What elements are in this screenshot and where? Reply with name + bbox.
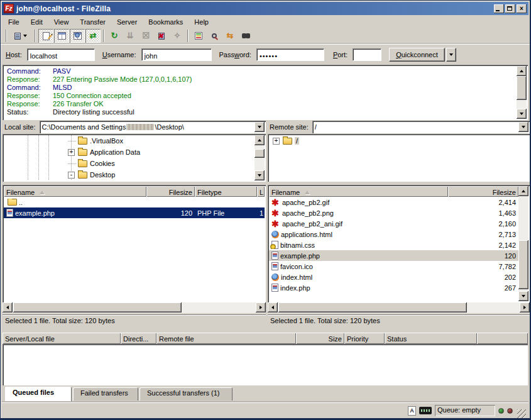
scroll-up-button[interactable] — [255, 135, 265, 145]
file-row[interactable]: index.html 202 — [269, 272, 518, 282]
tree-item-cookies[interactable]: Cookies — [4, 158, 255, 169]
log-scrollbar[interactable] — [517, 66, 527, 119]
site-manager-button[interactable] — [9, 29, 32, 43]
scroll-left-button[interactable] — [3, 302, 13, 312]
file-row[interactable]: index.php 267 — [269, 282, 518, 293]
username-label: Username: — [102, 51, 136, 58]
column-header-priority[interactable]: Priority — [344, 333, 385, 344]
password-input[interactable] — [256, 48, 324, 61]
menu-view[interactable]: View — [48, 17, 75, 27]
filter-button[interactable] — [191, 29, 206, 43]
port-input[interactable] — [353, 48, 381, 61]
scrollbar-thumb[interactable] — [517, 76, 527, 100]
column-header-filesize[interactable]: Filesize — [146, 186, 195, 197]
site-manager-dropdown-arrow-icon[interactable] — [23, 35, 27, 37]
remote-site-bar: Remote site: / — [268, 121, 530, 133]
file-row-selected[interactable]: example.php 120 — [269, 250, 518, 261]
menu-edit[interactable]: Edit — [25, 17, 48, 27]
scrollbar-thumb[interactable] — [13, 302, 182, 312]
menu-bookmarks[interactable]: Bookmarks — [143, 17, 189, 27]
menu-help[interactable]: Help — [189, 17, 214, 27]
remote-list-hscrollbar[interactable] — [268, 302, 530, 313]
toggle-local-tree-button[interactable] — [54, 29, 69, 43]
cancel-button[interactable]: ☒ — [138, 29, 153, 43]
synchronized-browsing-button[interactable]: ⇆ — [222, 29, 238, 43]
scroll-left-button[interactable] — [268, 302, 278, 312]
column-header-size[interactable]: Size — [296, 333, 344, 344]
column-header-server-local-file[interactable]: Server/Local file — [3, 333, 121, 344]
local-tree-scrollbar[interactable] — [255, 135, 265, 180]
file-row[interactable]: apache_pb2.png 1,463 — [269, 207, 518, 218]
quickconnect-button[interactable]: Quickconnect — [389, 48, 445, 62]
local-path-dropdown-button[interactable] — [255, 122, 265, 132]
scroll-up-button[interactable] — [518, 186, 528, 196]
folder-icon — [283, 138, 292, 145]
directory-comparison-button[interactable] — [207, 29, 222, 43]
tab-queued-files[interactable]: Queued files — [5, 387, 72, 401]
file-row[interactable]: apache_pb2.gif 2,414 — [269, 197, 518, 207]
menu-transfer[interactable]: Transfer — [74, 17, 111, 27]
maximize-button[interactable] — [505, 4, 515, 13]
remote-path-combo[interactable]: / — [312, 121, 530, 133]
password-label: Password: — [219, 51, 251, 58]
tree-item-application-data[interactable]: + Application Data — [4, 146, 255, 158]
local-path-combo[interactable]: C:\Documents and Settings\Desktop\ — [40, 121, 266, 133]
transfer-type-icon: A — [408, 406, 416, 416]
scroll-down-button[interactable] — [517, 109, 527, 119]
find-files-button[interactable] — [238, 29, 253, 43]
expand-icon[interactable]: + — [273, 138, 280, 145]
collapse-icon[interactable]: - — [68, 172, 75, 179]
column-header-direction[interactable]: Directi... — [121, 333, 156, 344]
column-header-filename[interactable]: Filename — [269, 186, 448, 197]
username-input[interactable] — [141, 48, 212, 61]
scroll-right-button[interactable] — [520, 302, 530, 312]
refresh-button[interactable]: ↻ — [107, 29, 122, 43]
file-row-example-php[interactable]: example.php 120 PHP File 1 — [4, 207, 265, 218]
toggle-message-log-button[interactable] — [38, 29, 53, 43]
tree-item-virtualbox[interactable]: .VirtualBox — [4, 135, 255, 146]
menu-server[interactable]: Server — [111, 17, 143, 27]
column-header-filetype[interactable]: Filetype — [195, 186, 257, 197]
scroll-right-button[interactable] — [256, 302, 266, 312]
menu-file[interactable]: File — [3, 17, 25, 27]
column-header-filename[interactable]: Filename — [4, 186, 146, 197]
toggle-remote-tree-button[interactable] — [70, 29, 85, 43]
quickconnect-dropdown-button[interactable] — [446, 48, 456, 62]
scroll-down-button[interactable] — [518, 291, 528, 301]
file-row[interactable]: applications.html 2,713 — [269, 229, 518, 240]
remote-list-scrollbar[interactable] — [518, 186, 528, 301]
file-row[interactable]: apache_pb2_ani.gif 2,160 — [269, 218, 518, 229]
process-queue-button[interactable]: ⇊ — [123, 29, 138, 43]
tree-item-root[interactable]: + / — [269, 135, 518, 146]
scroll-up-button[interactable] — [517, 66, 527, 76]
resize-grip[interactable] — [517, 409, 526, 418]
tree-item-desktop[interactable]: - Desktop — [4, 169, 255, 180]
minimize-button[interactable] — [494, 4, 504, 13]
column-header-filesize[interactable]: Filesize — [448, 186, 518, 197]
scrollbar-thumb[interactable] — [255, 149, 265, 158]
log-line-text: 227 Entering Passive Mode (127,0,0,1,6,1… — [53, 75, 192, 84]
file-row-parent-dir[interactable]: .. — [4, 197, 265, 207]
scroll-down-button[interactable] — [255, 170, 265, 180]
remote-path-dropdown-button[interactable] — [518, 122, 528, 132]
column-header-status[interactable]: Status — [385, 333, 477, 344]
filter-icon — [195, 32, 202, 40]
reconnect-button[interactable]: ✧ — [170, 29, 185, 43]
html-file-icon — [271, 231, 279, 238]
disconnect-button[interactable]: ✖ — [154, 29, 169, 43]
toggle-queue-button[interactable]: ⇄ — [85, 29, 101, 43]
column-header-last-modified[interactable]: L — [257, 186, 265, 197]
column-header-remote-file[interactable]: Remote file — [156, 333, 296, 344]
message-log: Command:PASV Response:227 Entering Passi… — [3, 65, 528, 120]
host-input[interactable] — [27, 48, 95, 61]
scrollbar-thumb[interactable] — [518, 240, 528, 289]
tab-successful-transfers[interactable]: Successful transfers (1) — [140, 387, 233, 401]
close-button[interactable]: × — [517, 4, 527, 13]
local-list-hscrollbar[interactable] — [3, 302, 266, 313]
file-row[interactable]: favicon.ico 7,782 — [269, 261, 518, 272]
scrollbar-thumb[interactable] — [278, 302, 467, 312]
file-row[interactable]: bitnami.css 2,142 — [269, 240, 518, 250]
tab-failed-transfers[interactable]: Failed transfers — [73, 387, 138, 401]
local-tree-icon — [58, 32, 66, 40]
expand-icon[interactable]: + — [68, 149, 75, 156]
